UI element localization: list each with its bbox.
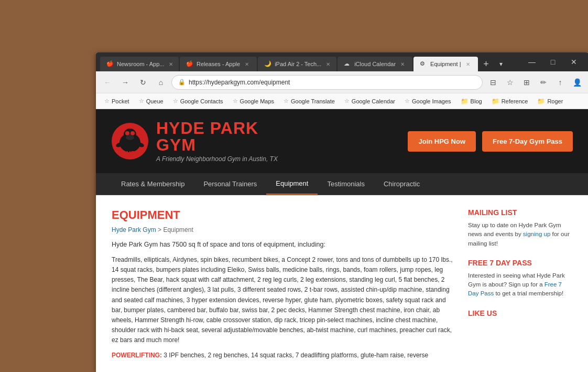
powerlifting-text: 3 IPF benches, 2 reg benches, 14 squat r…	[162, 352, 428, 359]
star-icon-2: ☆	[139, 98, 144, 104]
tab-close-newsroom[interactable]: ✕	[167, 60, 175, 68]
breadcrumb: Hyde Park Gym > Equipment	[112, 226, 455, 233]
intro-text: Hyde Park Gym has 7500 sq ft of space an…	[112, 240, 455, 250]
forward-button[interactable]: →	[118, 75, 133, 90]
tab-releases[interactable]: 🍎 Releases - Apple ✕	[180, 57, 257, 71]
star-icon: ☆	[104, 98, 110, 104]
new-tab-button[interactable]: +	[479, 57, 494, 71]
nav-chiropractic[interactable]: Chiropractic	[374, 174, 429, 194]
breadcrumb-home[interactable]: Hyde Park Gym	[112, 226, 156, 233]
header-buttons: Join HPG Now Free 7-Day Gym Pass	[408, 131, 573, 152]
bookmark-contacts[interactable]: ☆ Google Contacts	[169, 96, 227, 106]
content-sidebar: MAILING LIST Stay up to date on Hyde Par…	[468, 208, 573, 366]
breadcrumb-current: Equipment	[163, 226, 193, 233]
nav-rates[interactable]: Rates & Membership	[112, 174, 194, 194]
bookmark-pocket[interactable]: ☆ Pocket	[100, 96, 134, 106]
sidebar-like-title: LIKE US	[468, 309, 573, 317]
tab-overflow-button[interactable]: ▾	[494, 57, 508, 71]
powerlifting-label: POWERLIFTING:	[112, 352, 162, 359]
star-icon-5: ☆	[284, 98, 289, 104]
minimize-button[interactable]: —	[521, 52, 542, 71]
sidebar-mailing-title: MAILING LIST	[468, 208, 573, 217]
lock-icon: 🔒	[178, 79, 186, 86]
free-pass-button[interactable]: Free 7-Day Gym Pass	[482, 131, 573, 152]
back-button[interactable]: ←	[100, 75, 115, 90]
site-logo: HPG HYDE PARKGYM A Friendly Neighborhood…	[112, 120, 278, 163]
svg-text:HPG: HPG	[126, 150, 140, 157]
browser-window: 🍎 Newsroom - App... ✕ 🍎 Releases - Apple…	[96, 52, 588, 372]
folder-icon-blog: 📁	[461, 98, 469, 105]
tab-calendar[interactable]: ☁ iCloud Calendar ✕	[337, 57, 412, 71]
tab-close-calendar[interactable]: ✕	[399, 60, 406, 68]
close-button[interactable]: ✕	[563, 52, 584, 71]
folder-icon-reference: 📁	[492, 98, 499, 105]
address-bar[interactable]: 🔒 https://hydeparkgym.com/equipment	[171, 75, 483, 90]
moon-icon: 🌙	[264, 60, 271, 68]
cloud-icon: ☁	[344, 60, 351, 68]
apple-icon: 🍎	[106, 60, 114, 68]
bookmark-maps[interactable]: ☆ Google Maps	[228, 96, 278, 106]
nav-equipment[interactable]: Equipment	[266, 173, 318, 195]
sidebar-mailing-text: Stay up to date on Hyde Park Gym news an…	[468, 221, 573, 248]
url-text: https://hydeparkgym.com/equipment	[189, 79, 476, 86]
share-button[interactable]: ↑	[553, 75, 568, 90]
page-content: HPG HYDE PARKGYM A Friendly Neighborhood…	[96, 109, 588, 372]
tab-close-releases[interactable]: ✕	[243, 60, 251, 68]
tab-ipad[interactable]: 🌙 iPad Air 2 - Tech... ✕	[258, 57, 336, 71]
svg-point-4	[130, 131, 135, 135]
maximize-button[interactable]: □	[542, 52, 563, 71]
tab-newsroom[interactable]: 🍎 Newsroom - App... ✕	[100, 57, 179, 71]
svg-point-3	[125, 131, 129, 135]
reader-view-button[interactable]: ⊟	[486, 75, 500, 90]
site-tagline: A Friendly Neighborhood Gym in Austin, T…	[156, 155, 278, 163]
nav-trainers[interactable]: Personal Trainers	[194, 174, 266, 194]
site-nav: Rates & Membership Personal Trainers Equ…	[96, 173, 588, 195]
bookmarks-bar: ☆ Pocket ☆ Queue ☆ Google Contacts ☆ Goo…	[96, 93, 588, 109]
gear-icon: ⚙	[420, 60, 427, 68]
join-button[interactable]: Join HPG Now	[408, 131, 476, 152]
bookmark-folder-reference[interactable]: 📁 Reference	[487, 96, 532, 107]
sidebar-mailing-link[interactable]: signing up	[523, 231, 550, 237]
star-icon-7: ☆	[405, 98, 410, 104]
sidebar-free-pass: FREE 7 DAY PASS Interested in seeing wha…	[468, 259, 573, 299]
page-title: EQUIPMENT	[112, 208, 455, 222]
sidebar-mailing: MAILING LIST Stay up to date on Hyde Par…	[468, 208, 573, 248]
bookmark-translate[interactable]: ☆ Google Translate	[279, 96, 339, 106]
refresh-button[interactable]: ↻	[136, 75, 150, 90]
sidebar-free-title: FREE 7 DAY PASS	[468, 259, 573, 267]
logo-text-block: HYDE PARKGYM A Friendly Neighborhood Gym…	[156, 120, 278, 163]
nav-right-icons: ⊟ ☆ ⊞ ✏ ↑ 👤	[486, 75, 584, 90]
annotate-button[interactable]: ✏	[536, 75, 551, 90]
equipment-text: Treadmills, ellipticals, Airdynes, spin …	[112, 255, 455, 346]
tab-equipment[interactable]: ⚙ Equipment | ✕	[413, 57, 478, 71]
bookmark-gcal[interactable]: ☆ Google Calendar	[340, 96, 399, 106]
nav-testimonials[interactable]: Testimonials	[318, 174, 374, 194]
tab-bar: 🍎 Newsroom - App... ✕ 🍎 Releases - Apple…	[96, 52, 588, 71]
star-icon-6: ☆	[344, 98, 350, 104]
powerlifting-section: POWERLIFTING: 3 IPF benches, 2 reg bench…	[112, 350, 455, 360]
tab-close-ipad[interactable]: ✕	[324, 60, 332, 68]
folder-icon-roger: 📁	[537, 98, 545, 105]
bookmark-folder-blog[interactable]: 📁 Blog	[456, 96, 486, 107]
star-icon-3: ☆	[173, 98, 178, 104]
site-name: HYDE PARKGYM	[156, 120, 278, 153]
bookmark-folder-roger[interactable]: 📁 Roger	[533, 96, 567, 107]
navigation-bar: ← → ↻ ⌂ 🔒 https://hydeparkgym.com/equipm…	[96, 71, 588, 93]
sidebar-like-us: LIKE US	[468, 309, 573, 317]
star-icon-4: ☆	[233, 98, 238, 104]
bookmark-queue[interactable]: ☆ Queue	[135, 96, 168, 106]
main-content-area: EQUIPMENT Hyde Park Gym > Equipment Hyde…	[96, 195, 588, 372]
tab-close-equipment[interactable]: ✕	[464, 60, 472, 68]
bookmark-images[interactable]: ☆ Google Images	[400, 96, 455, 106]
bookmark-star-button[interactable]: ☆	[503, 75, 517, 90]
site-header: HPG HYDE PARKGYM A Friendly Neighborhood…	[96, 109, 588, 173]
sidebar-free-text: Interested in seeing what Hyde Park Gym …	[468, 271, 573, 299]
gym-logo-icon: HPG	[112, 123, 148, 160]
apple-icon-2: 🍎	[186, 60, 193, 68]
home-button[interactable]: ⌂	[154, 75, 168, 90]
svg-point-5	[126, 135, 134, 140]
user-button[interactable]: 👤	[570, 75, 584, 90]
window-controls: — □ ✕	[521, 52, 588, 71]
content-main: EQUIPMENT Hyde Park Gym > Equipment Hyde…	[112, 208, 468, 366]
sidebar-button[interactable]: ⊞	[519, 75, 534, 90]
